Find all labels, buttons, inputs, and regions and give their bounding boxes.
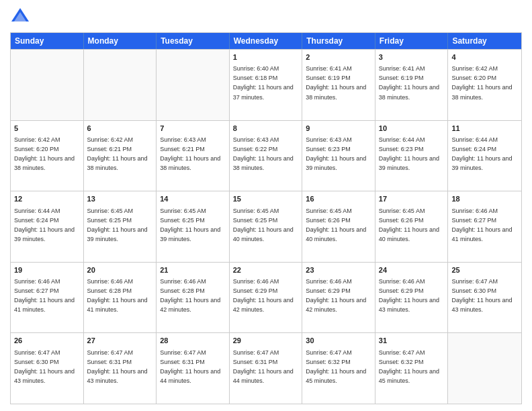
header-day-monday: Monday (84, 33, 157, 49)
calendar-cell: 17Sunrise: 6:45 AMSunset: 6:26 PMDayligh… (375, 191, 449, 262)
calendar-header: SundayMondayTuesdayWednesdayThursdayFrid… (11, 33, 521, 49)
day-number: 17 (379, 194, 445, 204)
calendar-row-1: 5Sunrise: 6:42 AMSunset: 6:20 PMDaylight… (11, 120, 521, 191)
cell-info: Sunrise: 6:43 AMSunset: 6:21 PMDaylight:… (160, 136, 220, 171)
calendar-cell: 4Sunrise: 6:42 AMSunset: 6:20 PMDaylight… (448, 50, 521, 120)
calendar-cell: 1Sunrise: 6:40 AMSunset: 6:18 PMDaylight… (230, 50, 303, 120)
calendar-cell: 7Sunrise: 6:43 AMSunset: 6:21 PMDaylight… (157, 121, 230, 191)
day-number: 16 (306, 194, 371, 204)
cell-info: Sunrise: 6:47 AMSunset: 6:31 PMDaylight:… (87, 349, 148, 384)
calendar-cell: 23Sunrise: 6:46 AMSunset: 6:29 PMDayligh… (302, 263, 375, 333)
calendar-cell: 26Sunrise: 6:47 AMSunset: 6:30 PMDayligh… (11, 333, 84, 404)
logo-icon (10, 7, 30, 27)
cell-info: Sunrise: 6:46 AMSunset: 6:28 PMDaylight:… (87, 278, 148, 313)
day-number: 25 (451, 265, 518, 275)
calendar-cell: 28Sunrise: 6:47 AMSunset: 6:31 PMDayligh… (157, 333, 230, 404)
cell-info: Sunrise: 6:43 AMSunset: 6:23 PMDaylight:… (306, 136, 366, 171)
calendar-cell: 6Sunrise: 6:42 AMSunset: 6:21 PMDaylight… (84, 121, 157, 191)
header-day-saturday: Saturday (448, 33, 521, 49)
cell-info: Sunrise: 6:47 AMSunset: 6:32 PMDaylight:… (306, 349, 366, 384)
cell-info: Sunrise: 6:44 AMSunset: 6:24 PMDaylight:… (451, 136, 512, 171)
calendar-cell (11, 50, 84, 120)
calendar-cell (84, 50, 157, 120)
calendar-page: SundayMondayTuesdayWednesdayThursdayFrid… (0, 0, 532, 411)
day-number: 30 (306, 336, 371, 346)
day-number: 6 (87, 124, 153, 134)
day-number: 19 (14, 265, 80, 275)
calendar-row-3: 19Sunrise: 6:46 AMSunset: 6:27 PMDayligh… (11, 262, 521, 333)
cell-info: Sunrise: 6:41 AMSunset: 6:19 PMDaylight:… (306, 65, 366, 100)
cell-info: Sunrise: 6:45 AMSunset: 6:25 PMDaylight:… (160, 208, 220, 242)
day-number: 21 (160, 265, 226, 275)
day-number: 12 (14, 194, 80, 204)
cell-info: Sunrise: 6:46 AMSunset: 6:29 PMDaylight:… (306, 278, 366, 313)
day-number: 1 (233, 52, 299, 62)
cell-info: Sunrise: 6:42 AMSunset: 6:21 PMDaylight:… (87, 136, 148, 171)
cell-info: Sunrise: 6:46 AMSunset: 6:28 PMDaylight:… (160, 278, 220, 313)
calendar-cell: 29Sunrise: 6:47 AMSunset: 6:31 PMDayligh… (230, 333, 303, 404)
calendar-row-4: 26Sunrise: 6:47 AMSunset: 6:30 PMDayligh… (11, 332, 521, 404)
calendar: SundayMondayTuesdayWednesdayThursdayFrid… (10, 32, 522, 404)
cell-info: Sunrise: 6:45 AMSunset: 6:25 PMDaylight:… (87, 208, 148, 242)
cell-info: Sunrise: 6:42 AMSunset: 6:20 PMDaylight:… (14, 136, 75, 171)
calendar-cell: 18Sunrise: 6:46 AMSunset: 6:27 PMDayligh… (448, 191, 521, 262)
cell-info: Sunrise: 6:45 AMSunset: 6:25 PMDaylight:… (233, 208, 294, 242)
cell-info: Sunrise: 6:46 AMSunset: 6:29 PMDaylight:… (379, 278, 439, 313)
day-number: 4 (451, 52, 518, 62)
day-number: 15 (233, 194, 299, 204)
day-number: 9 (306, 124, 371, 134)
calendar-cell: 2Sunrise: 6:41 AMSunset: 6:19 PMDaylight… (302, 50, 375, 120)
day-number: 13 (87, 194, 153, 204)
day-number: 22 (233, 265, 299, 275)
cell-info: Sunrise: 6:42 AMSunset: 6:20 PMDaylight:… (451, 65, 512, 100)
cell-info: Sunrise: 6:46 AMSunset: 6:29 PMDaylight:… (233, 278, 294, 313)
cell-info: Sunrise: 6:46 AMSunset: 6:27 PMDaylight:… (451, 208, 512, 242)
header-day-sunday: Sunday (11, 33, 84, 49)
calendar-cell: 9Sunrise: 6:43 AMSunset: 6:23 PMDaylight… (302, 121, 375, 191)
calendar-cell: 20Sunrise: 6:46 AMSunset: 6:28 PMDayligh… (84, 263, 157, 333)
calendar-cell: 12Sunrise: 6:44 AMSunset: 6:24 PMDayligh… (11, 191, 84, 262)
cell-info: Sunrise: 6:47 AMSunset: 6:30 PMDaylight:… (14, 349, 75, 384)
header-day-friday: Friday (375, 33, 449, 49)
calendar-cell: 19Sunrise: 6:46 AMSunset: 6:27 PMDayligh… (11, 263, 84, 333)
header-day-thursday: Thursday (302, 33, 375, 49)
cell-info: Sunrise: 6:45 AMSunset: 6:26 PMDaylight:… (306, 208, 366, 242)
calendar-cell: 30Sunrise: 6:47 AMSunset: 6:32 PMDayligh… (302, 333, 375, 404)
day-number: 3 (379, 52, 445, 62)
header-day-tuesday: Tuesday (157, 33, 230, 49)
cell-info: Sunrise: 6:44 AMSunset: 6:24 PMDaylight:… (14, 208, 75, 242)
calendar-cell: 22Sunrise: 6:46 AMSunset: 6:29 PMDayligh… (230, 263, 303, 333)
cell-info: Sunrise: 6:47 AMSunset: 6:30 PMDaylight:… (451, 278, 512, 313)
day-number: 5 (14, 124, 80, 134)
cell-info: Sunrise: 6:47 AMSunset: 6:31 PMDaylight:… (160, 349, 220, 384)
cell-info: Sunrise: 6:45 AMSunset: 6:26 PMDaylight:… (379, 208, 439, 242)
day-number: 23 (306, 265, 371, 275)
calendar-cell: 5Sunrise: 6:42 AMSunset: 6:20 PMDaylight… (11, 121, 84, 191)
calendar-row-2: 12Sunrise: 6:44 AMSunset: 6:24 PMDayligh… (11, 191, 521, 262)
day-number: 31 (379, 336, 445, 346)
day-number: 2 (306, 52, 371, 62)
calendar-cell: 27Sunrise: 6:47 AMSunset: 6:31 PMDayligh… (84, 333, 157, 404)
calendar-body: 1Sunrise: 6:40 AMSunset: 6:18 PMDaylight… (11, 49, 521, 404)
logo (10, 7, 33, 27)
day-number: 26 (14, 336, 80, 346)
calendar-cell: 15Sunrise: 6:45 AMSunset: 6:25 PMDayligh… (230, 191, 303, 262)
calendar-cell: 11Sunrise: 6:44 AMSunset: 6:24 PMDayligh… (448, 121, 521, 191)
calendar-cell: 24Sunrise: 6:46 AMSunset: 6:29 PMDayligh… (375, 263, 449, 333)
day-number: 24 (379, 265, 445, 275)
day-number: 28 (160, 336, 226, 346)
day-number: 29 (233, 336, 299, 346)
calendar-cell: 16Sunrise: 6:45 AMSunset: 6:26 PMDayligh… (302, 191, 375, 262)
calendar-cell: 10Sunrise: 6:44 AMSunset: 6:23 PMDayligh… (375, 121, 449, 191)
day-number: 10 (379, 124, 445, 134)
day-number: 18 (451, 194, 518, 204)
calendar-cell: 13Sunrise: 6:45 AMSunset: 6:25 PMDayligh… (84, 191, 157, 262)
calendar-row-0: 1Sunrise: 6:40 AMSunset: 6:18 PMDaylight… (11, 49, 521, 120)
calendar-cell: 8Sunrise: 6:43 AMSunset: 6:22 PMDaylight… (230, 121, 303, 191)
calendar-cell (157, 50, 230, 120)
day-number: 8 (233, 124, 299, 134)
calendar-cell: 3Sunrise: 6:41 AMSunset: 6:19 PMDaylight… (375, 50, 449, 120)
calendar-cell (448, 333, 521, 404)
cell-info: Sunrise: 6:41 AMSunset: 6:19 PMDaylight:… (379, 65, 439, 100)
cell-info: Sunrise: 6:47 AMSunset: 6:32 PMDaylight:… (379, 349, 439, 384)
